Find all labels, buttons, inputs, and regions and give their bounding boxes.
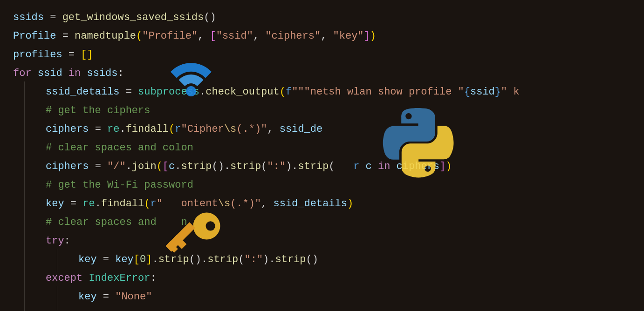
code-line[interactable]: profiles = [] xyxy=(13,46,644,64)
code-token: , xyxy=(198,30,210,42)
code-line[interactable]: Profile = namedtuple("Profile", ["ssid",… xyxy=(13,27,644,46)
code-token: findall xyxy=(126,123,169,135)
svg-point-0 xyxy=(186,86,196,96)
code-line[interactable]: ciphers = re.findall(r"Cipher\s(.*)", ss… xyxy=(13,120,644,139)
code-token xyxy=(101,123,107,135)
code-token: , xyxy=(321,30,333,42)
code-token: r xyxy=(175,123,181,135)
code-editor-view[interactable]: ssids = get_windows_saved_ssids()Profile… xyxy=(0,0,644,306)
code-line[interactable]: key = "None" xyxy=(13,288,644,306)
code-token: [ xyxy=(163,161,169,172)
code-token: profiles xyxy=(13,49,62,61)
code-token: ssid_de xyxy=(280,123,322,135)
code-token: for xyxy=(13,68,32,79)
code-line[interactable]: for ssid in ssids: xyxy=(13,64,644,83)
code-token: ssid_details xyxy=(274,198,347,210)
code-token: (). xyxy=(212,161,230,172)
code-token: # get the Wi-Fi password xyxy=(46,179,193,191)
code-token xyxy=(372,161,378,172)
code-token xyxy=(76,198,82,210)
code-token: IndexError xyxy=(89,272,150,284)
code-token xyxy=(81,68,87,79)
code-token: strip xyxy=(181,161,212,172)
code-line[interactable]: try: xyxy=(13,232,644,250)
code-token xyxy=(62,68,69,79)
code-token: key xyxy=(78,254,97,265)
code-token: re xyxy=(107,123,119,135)
code-token: get_windows_saved_ssids xyxy=(62,12,204,23)
code-token: [ xyxy=(210,30,216,42)
code-token: strip xyxy=(275,254,306,265)
code-token: # clear spaces and colon xyxy=(46,142,193,154)
code-token: , xyxy=(253,30,265,42)
code-token: ( xyxy=(238,254,244,265)
code-token: = xyxy=(62,30,69,42)
code-token: ). xyxy=(263,254,275,265)
code-token: = xyxy=(69,49,75,61)
code-line[interactable]: ssids = get_windows_saved_ssids() xyxy=(13,8,644,27)
code-token xyxy=(132,86,138,98)
code-token: () xyxy=(306,254,318,265)
code-token: ssid xyxy=(38,68,62,79)
code-token: : xyxy=(150,272,156,284)
code-token: , xyxy=(267,123,279,135)
code-token xyxy=(82,272,89,284)
code-token: ciphers xyxy=(46,161,89,172)
code-line[interactable]: # get the ciphers xyxy=(13,101,644,120)
code-token xyxy=(89,161,95,172)
code-token xyxy=(89,123,95,135)
code-line[interactable]: ciphers = "/".join([c.strip().strip(":")… xyxy=(13,157,644,176)
code-token: " k xyxy=(501,86,520,98)
code-token: ) xyxy=(370,30,376,42)
code-line[interactable]: # clear spaces and n xyxy=(13,213,644,232)
code-token: # get the ciphers xyxy=(46,105,150,116)
code-token xyxy=(62,49,69,61)
code-token xyxy=(64,198,70,210)
code-line[interactable]: key = key[0].strip().strip(":").strip() xyxy=(13,250,644,269)
code-token: ( xyxy=(169,123,175,135)
code-token: ] xyxy=(146,254,152,265)
code-token xyxy=(75,49,81,61)
code-token: } xyxy=(495,86,501,98)
code-token xyxy=(56,12,62,23)
code-token: "Cipher xyxy=(181,123,224,135)
code-token: strip xyxy=(298,161,329,172)
code-token xyxy=(109,291,115,303)
code-line[interactable]: ssid_details = subprocess.check_output(f… xyxy=(13,83,644,101)
code-line[interactable]: # clear spaces and colon xyxy=(13,139,644,157)
code-token xyxy=(44,12,50,23)
code-token: ) xyxy=(347,198,353,210)
code-token xyxy=(359,161,365,172)
code-token xyxy=(119,86,125,98)
code-token: "ciphers" xyxy=(265,30,321,42)
code-token: "Profile" xyxy=(142,30,198,42)
code-token: key xyxy=(46,198,64,210)
code-token: ":" xyxy=(244,254,263,265)
code-token: Profile xyxy=(13,30,56,42)
code-token: . xyxy=(126,161,132,172)
code-token: ( xyxy=(261,161,267,172)
code-token: (.*)" xyxy=(236,123,267,135)
code-token: re xyxy=(82,198,95,210)
code-token: = xyxy=(95,123,101,135)
code-token: : xyxy=(64,235,70,247)
code-token: ssids xyxy=(13,12,44,23)
key-icon xyxy=(155,193,222,261)
code-token: f xyxy=(286,86,292,98)
code-token xyxy=(69,30,75,42)
code-token xyxy=(97,254,103,265)
code-token: = xyxy=(103,291,109,303)
code-token: = xyxy=(50,12,56,23)
code-token: . xyxy=(119,123,125,135)
code-line[interactable]: except IndexError: xyxy=(13,269,644,288)
code-token: = xyxy=(95,161,101,172)
code-line[interactable]: # get the Wi-Fi password xyxy=(13,176,644,195)
code-token: { xyxy=(464,86,470,98)
code-token: "None" xyxy=(115,291,152,303)
code-token: \s xyxy=(224,123,236,135)
code-line[interactable]: key = re.findall(r" ontent\s(.*)", ssid_… xyxy=(13,195,644,213)
code-token: try xyxy=(46,235,64,247)
code-token: "ssid" xyxy=(216,30,253,42)
code-token: ":" xyxy=(267,161,286,172)
code-token: "key" xyxy=(333,30,364,42)
